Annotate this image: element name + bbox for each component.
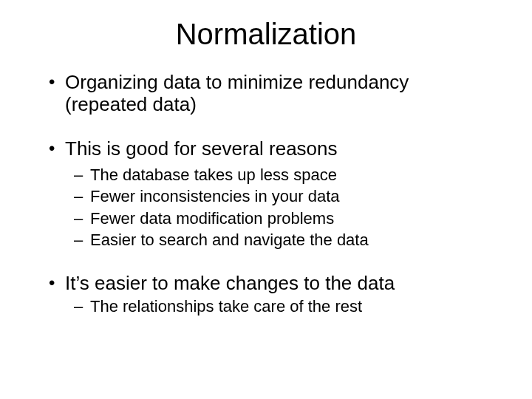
slide-content: Organizing data to minimize redundancy (… (44, 72, 488, 316)
bullet-level2: The database takes up less space (44, 165, 488, 185)
bullet-level2: Easier to search and navigate the data (44, 230, 488, 250)
bullet-level1: This is good for several reasons (44, 138, 488, 160)
slide-title: Normalization (44, 18, 488, 51)
bullet-level1: It’s easier to make changes to the data (44, 273, 488, 295)
bullet-level2: Fewer data modification problems (44, 208, 488, 229)
bullet-level2: Fewer inconsistencies in your data (44, 186, 488, 207)
bullet-level1: Organizing data to minimize redundancy (… (44, 72, 488, 116)
bullet-level2: The relationships take care of the rest (44, 296, 488, 317)
